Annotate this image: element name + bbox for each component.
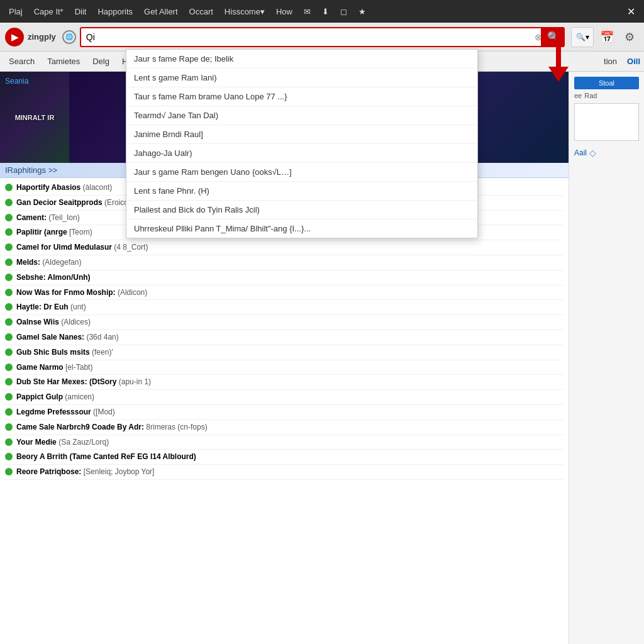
search-input[interactable]	[80, 27, 542, 47]
list-item[interactable]: Reore Patriqbose: [Senleiq; Joybop Yor]	[5, 465, 564, 480]
menu-item-mail[interactable]: ✉	[299, 4, 316, 19]
list-item-text: Your Medie (Sa Zauz/Lorq)	[16, 437, 109, 448]
list-item-meta: (Aldices)	[59, 318, 91, 326]
list-item-title: Pappict Gulp	[16, 392, 63, 401]
list-bullet-icon	[5, 468, 13, 475]
menu-item-occart[interactable]: Occart	[184, 4, 218, 19]
list-item[interactable]: Pappict Gulp (amicen)	[5, 390, 564, 405]
menu-item-download[interactable]: ⬇	[317, 4, 334, 19]
list-item-title: Camel for Uimd Medulasur	[16, 243, 112, 252]
menu-item-plaj[interactable]: Plaj	[4, 4, 28, 19]
list-item-meta: (amicen)	[63, 392, 94, 401]
menu-item-happorits[interactable]: Happorits	[92, 4, 138, 19]
list-item-meta: (unt)	[69, 303, 86, 311]
list-item[interactable]: Dub Ste Har Mexes: (DtSory (apu-in 1)	[5, 375, 564, 390]
list-item-text: Pappict Gulp (amicen)	[16, 392, 94, 402]
list-item-meta: [el-Tabt)	[64, 363, 93, 372]
stoal-button[interactable]: Stoal	[574, 77, 639, 89]
list-bullet-icon	[5, 393, 13, 401]
section-arrow[interactable]: >>	[48, 166, 57, 175]
list-item[interactable]: Now Was for Fnmo Moship: (Aldicon)	[5, 286, 564, 301]
list-item[interactable]: Came Sale Narbrch9 Coade By Adr: 8rimera…	[5, 420, 564, 435]
list-bullet-icon	[5, 438, 13, 446]
list-item-text: Gamel Sale Nanes: (36d 4an)	[16, 332, 119, 343]
list-bullet-icon	[5, 348, 13, 356]
list-item[interactable]: Haytle: Dr Euh (unt)	[5, 300, 564, 315]
list-item-text: Dub Ste Har Mexes: (DtSory (apu-in 1)	[16, 377, 151, 387]
list-item-title: Gan Decior Seaitpprods	[16, 198, 103, 207]
list-item[interactable]: Camel for Uimd Medulasur (4 8_Cort)	[5, 240, 564, 255]
list-item[interactable]: Sebshe: Almon/Unh)	[5, 270, 564, 286]
nav-search[interactable]: Search	[4, 54, 40, 69]
menu-item-close[interactable]: ✕	[622, 3, 640, 20]
search-clear-icon[interactable]: ⊗	[535, 32, 542, 42]
list-item[interactable]: Beory A Brrith (Tame Canted ReF EG I14 A…	[5, 450, 564, 465]
list-item[interactable]: Oalnse Wiis (Aldices)	[5, 315, 564, 330]
list-item[interactable]: Melds: (Aldegefan)	[5, 255, 564, 270]
list-item-title: Gub Shic Buls msits	[16, 348, 90, 357]
nav-oill[interactable]: Oill	[627, 57, 640, 66]
list-item-meta: (Sa Zauz/Lorq)	[57, 438, 109, 447]
autocomplete-item-1[interactable]: Lent s game Ram Iani)	[126, 69, 477, 87]
banner-link[interactable]: Seania	[3, 74, 31, 88]
menu-item-getallert[interactable]: Get Allert	[139, 4, 182, 19]
autocomplete-item-2[interactable]: Taur s fame Ram brame Uano Lope 77 ...}	[126, 87, 477, 106]
list-item-meta: [Senleiq; Joybop Yor]	[81, 467, 154, 476]
list-bullet-icon	[5, 408, 13, 416]
autocomplete-item-7[interactable]: Lent s fane Phnr. (H)	[126, 182, 477, 201]
search-options-button[interactable]: 🔍 ▾	[571, 27, 594, 47]
list-item[interactable]: Legdme Prefesssour ([Mod)	[5, 405, 564, 420]
menu-item-capeit[interactable]: Cape It*	[29, 4, 69, 19]
list-item[interactable]: Gamel Sale Nanes: (36d 4an)	[5, 330, 564, 345]
list-item-title: Reore Patriqbose:	[16, 467, 81, 476]
autocomplete-item-0[interactable]: Jaur s fame Rape de; Ibelik	[126, 50, 477, 69]
list-item[interactable]: Your Medie (Sa Zauz/Lorq)	[5, 435, 564, 450]
list-bullet-icon	[5, 333, 13, 341]
list-bullet-icon	[5, 378, 13, 386]
list-item-meta: [Teom)	[67, 228, 92, 236]
list-bullet-icon	[5, 274, 13, 281]
menu-item-diit[interactable]: Diit	[70, 4, 92, 19]
list-bullet-icon	[5, 303, 13, 311]
search-bar-wrapper: ⊗ 🔍	[80, 27, 565, 47]
menu-bar: Plaj Cape It* Diit Happorits Get Allert …	[0, 0, 644, 23]
list-item-meta: (feen)'	[90, 348, 113, 357]
nav-tion[interactable]: tion	[599, 54, 622, 69]
list-item[interactable]: Gub Shic Buls msits (feen)'	[5, 345, 564, 360]
list-item-text: Sebshe: Almon/Unh)	[16, 272, 91, 283]
autocomplete-item-4[interactable]: Janime Brndi Raul]	[126, 125, 477, 144]
arrow-head	[548, 67, 569, 82]
menu-item-how[interactable]: How	[271, 4, 297, 19]
list-item-meta: (Aldegefan)	[40, 258, 81, 267]
right-panel-textarea[interactable]	[574, 103, 639, 141]
list-item-title: Sebshe: Almon/Unh)	[16, 273, 91, 282]
list-item-text: Game Narmo [el-Tabt)	[16, 362, 92, 373]
list-item-title: Gamel Sale Nanes:	[16, 333, 84, 341]
list-bullet-icon	[5, 364, 13, 371]
browser-logo: ▶	[5, 28, 24, 47]
search-icon-small: 🔍	[576, 33, 586, 42]
nav-delg[interactable]: Delg	[87, 54, 114, 69]
autocomplete-dropdown: Jaur s fame Rape de; IbelikLent s game R…	[126, 49, 478, 238]
nav-tamietes[interactable]: Tamietes	[42, 54, 85, 69]
list-item-text: Legdme Prefesssour ([Mod)	[16, 407, 115, 418]
globe-icon[interactable]: 🌐	[62, 30, 76, 44]
calendar-icon-button[interactable]: 📅	[597, 28, 616, 47]
autocomplete-item-6[interactable]: Jaur s game Ram bengen Uano {ooks√L…]	[126, 163, 477, 182]
menu-item-window[interactable]: ◻	[335, 4, 352, 19]
settings-icon-button[interactable]: ⚙	[620, 28, 639, 47]
list-item-text: Haytle: Dr Euh (unt)	[16, 302, 86, 313]
autocomplete-item-3[interactable]: Tearmd√ Jane Tan Dal)	[126, 106, 477, 125]
list-item-text: Gub Shic Buls msits (feen)'	[16, 347, 113, 358]
list-item-meta: ([Mod)	[91, 408, 115, 416]
autocomplete-item-8[interactable]: Plailest and Bick do Tyin Ralis Jcil)	[126, 201, 477, 219]
right-panel-ee-rad: ee Rad	[574, 92, 639, 99]
diamond-icon[interactable]: ◇	[589, 148, 596, 158]
autocomplete-item-5[interactable]: Jahago-Ja Ualr)	[126, 144, 477, 163]
menu-item-star[interactable]: ★	[353, 4, 371, 19]
autocomplete-item-9[interactable]: Uhrreskeul Plliki Pann T_Mima/ Blhilt"-a…	[126, 219, 477, 238]
list-item-title: Legdme Prefesssour	[16, 408, 91, 416]
menu-item-hisscome[interactable]: Hisscome▾	[219, 4, 270, 19]
list-item[interactable]: Game Narmo [el-Tabt)	[5, 360, 564, 375]
list-item-title: Haportify Abasios	[16, 183, 80, 192]
